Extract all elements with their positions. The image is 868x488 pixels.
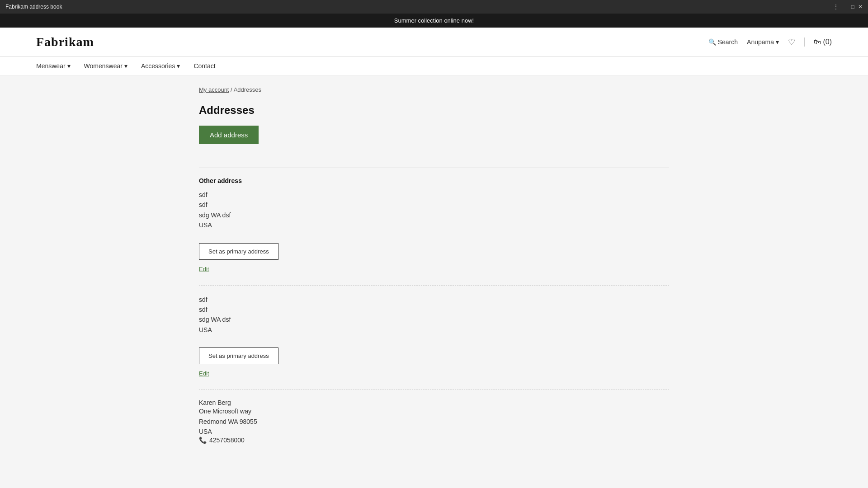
edit-link-2[interactable]: Edit xyxy=(199,370,209,377)
site-header: Fabrikam 🔍 Search Anupama ▾ ♡ 🛍 (0) xyxy=(0,28,868,57)
address-2-line1: sdf xyxy=(199,295,669,305)
divider xyxy=(804,38,805,47)
promo-bar: Summer collection online now! xyxy=(0,14,868,28)
chevron-down-icon: ▾ xyxy=(177,62,180,70)
wishlist-button[interactable]: ♡ xyxy=(788,37,795,47)
search-icon: 🔍 xyxy=(708,38,716,46)
address-1-line2: sdf xyxy=(199,200,669,210)
nav-menswear-label: Menswear xyxy=(36,62,66,70)
user-menu[interactable]: Anupama ▾ xyxy=(747,38,779,46)
browser-tab-title: Fabrikam address book xyxy=(5,4,62,10)
close-button[interactable]: ✕ xyxy=(858,4,863,10)
address-2-line3: sdg WA dsf xyxy=(199,314,669,324)
cart-count: (0) xyxy=(823,38,832,46)
phone-icon: 📞 xyxy=(199,436,207,444)
address-block-1: sdf sdf sdg WA dsf USA xyxy=(199,190,669,230)
address-1-divider xyxy=(199,285,669,286)
search-button[interactable]: 🔍 Search xyxy=(708,38,738,46)
more-button[interactable]: ⋮ xyxy=(833,4,839,10)
nav-accessories-label: Accessories xyxy=(141,62,175,70)
chevron-down-icon: ▾ xyxy=(67,62,71,70)
nav-womenswear[interactable]: Womenswear ▾ xyxy=(84,62,127,70)
breadcrumb-current: Addresses xyxy=(234,86,261,93)
edit-link-1[interactable]: Edit xyxy=(199,266,209,272)
page-title: Addresses xyxy=(199,104,669,117)
add-address-button[interactable]: Add address xyxy=(199,126,259,144)
address-3-line1: One Microsoft way xyxy=(199,406,669,416)
other-address-title: Other address xyxy=(199,177,669,184)
main-content: My account / Addresses Addresses Add add… xyxy=(163,75,705,462)
nav-contact-label: Contact xyxy=(193,62,215,70)
chevron-down-icon: ▾ xyxy=(124,62,127,70)
address-block-3: Karen Berg One Microsoft way Redmond WA … xyxy=(199,399,669,444)
chevron-down-icon: ▾ xyxy=(776,38,779,46)
browser-chrome: Fabrikam address book ⋮ — □ ✕ xyxy=(0,0,868,14)
promo-text: Summer collection online now! xyxy=(394,17,474,24)
address-block-2: sdf sdf sdg WA dsf USA xyxy=(199,295,669,335)
set-primary-button-1[interactable]: Set as primary address xyxy=(199,243,278,260)
nav-menswear[interactable]: Menswear ▾ xyxy=(36,62,71,70)
address-1-line1: sdf xyxy=(199,190,669,200)
address-2-line4: USA xyxy=(199,325,669,335)
address-1-line3: sdg WA dsf xyxy=(199,210,669,220)
section-top-divider xyxy=(199,168,669,168)
cart-button[interactable]: 🛍 (0) xyxy=(814,38,832,46)
address-2-divider xyxy=(199,389,669,390)
address-3-line2: Redmond WA 98055 xyxy=(199,417,669,427)
set-primary-button-2[interactable]: Set as primary address xyxy=(199,347,278,364)
breadcrumb: My account / Addresses xyxy=(199,86,669,93)
user-name: Anupama xyxy=(747,38,774,46)
nav-womenswear-label: Womenswear xyxy=(84,62,123,70)
address-1-line4: USA xyxy=(199,220,669,230)
main-nav: Menswear ▾ Womenswear ▾ Accessories ▾ Co… xyxy=(0,57,868,75)
maximize-button[interactable]: □ xyxy=(851,4,854,10)
address-3-phone-number: 4257058000 xyxy=(209,436,245,444)
nav-accessories[interactable]: Accessories ▾ xyxy=(141,62,180,70)
address-3-phone: 📞 4257058000 xyxy=(199,436,669,444)
bag-icon: 🛍 xyxy=(814,38,821,46)
minimize-button[interactable]: — xyxy=(842,4,848,10)
breadcrumb-my-account[interactable]: My account xyxy=(199,86,229,93)
search-label: Search xyxy=(718,38,738,46)
address-3-line3: USA xyxy=(199,427,669,436)
address-3-name: Karen Berg xyxy=(199,399,669,406)
nav-contact[interactable]: Contact xyxy=(193,62,215,70)
window-controls[interactable]: ⋮ — □ ✕ xyxy=(833,4,863,10)
address-2-line2: sdf xyxy=(199,305,669,314)
header-actions: 🔍 Search Anupama ▾ ♡ 🛍 (0) xyxy=(708,37,832,47)
logo[interactable]: Fabrikam xyxy=(36,35,94,49)
